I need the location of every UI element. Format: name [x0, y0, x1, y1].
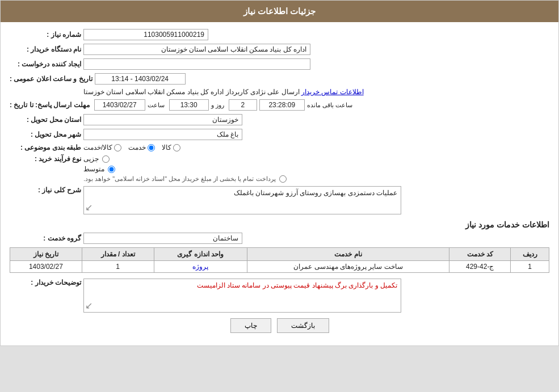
namDastgah-label: نام دستگاه خریدار :	[10, 45, 83, 53]
radio-khedmat[interactable]: خدمت	[128, 144, 155, 151]
sharhKoli-box: عملیات دستمزدی بهسازی روستای آرزو شهرستا…	[83, 186, 401, 214]
shomareNiaz-value: 1103005911000219	[83, 29, 208, 40]
ijadKonande-row: ایجاد کننده درخواست :	[10, 58, 549, 70]
shomareNiaz-row: شماره نیاز : 1103005911000219	[10, 29, 549, 40]
mohlat-row: مهلت ارسال پاسخ: تا تاریخ : 1403/02/27 س…	[10, 99, 549, 111]
buyerNotes-value: تکمیل و بارگذاری برگ پیشنهاد قیمت پیوستی…	[197, 281, 397, 289]
tabaghebandi-row: طبقه بندی موضوعی : کالا/خدمت خدمت کالا	[10, 144, 549, 151]
shahr-label: شهر محل تحویل :	[10, 130, 83, 138]
groheKhedmat-label: گروه خدمت :	[10, 234, 83, 242]
sharhKoli-value: عملیات دستمزدی بهسازی روستای آرزو شهرستا…	[234, 189, 397, 197]
col-unit: واحد اندازه گیری	[154, 248, 247, 261]
radio-kala-khedmat-input[interactable]	[114, 144, 121, 151]
cell-date: 1403/02/27	[10, 261, 82, 273]
noeFarayand-options: جزیی متوسط پرداخت تمام یا بخشی از مبلغ خ…	[83, 155, 287, 183]
cell-radif: 1	[511, 261, 549, 273]
purchase-option-2[interactable]: متوسط	[83, 165, 287, 173]
col-date: تاریخ نیاز	[10, 248, 82, 261]
buyerNotes-row: توضیحات خریدار : تکمیل و بارگذاری برگ پی…	[10, 279, 549, 313]
buyerNotes-label: توضیحات خریدار :	[10, 279, 83, 286]
page-title: جزئیات اطلاعات نیاز	[243, 6, 316, 16]
ersal-text: ارسال علی نژادی کاربرداز اداره کل بنیاد …	[83, 88, 300, 96]
radio-kala-khedmat-label: کالا/خدمت	[83, 144, 112, 151]
purchase-option-3[interactable]: پرداخت تمام یا بخشی از مبلغ خریداز محل "…	[83, 175, 287, 183]
radio-kala[interactable]: کالا	[162, 144, 180, 151]
noeFarayand-label: نوع فرآیند خرید :	[10, 155, 83, 163]
purchase-radio-3[interactable]	[279, 175, 287, 183]
mohlat-saat-label: ساعت	[145, 102, 167, 109]
ostan-label: استان محل تحویل :	[10, 116, 83, 124]
tabaghebandi-label: طبقه بندی موضوعی :	[10, 144, 83, 151]
page-header: جزئیات اطلاعات نیاز	[1, 1, 558, 22]
groheKhedmat-row: گروه خدمت : ساختمان	[10, 233, 549, 244]
col-count: تعداد / مقدار	[82, 248, 154, 261]
resize-arrow-notes: ↙	[85, 300, 93, 311]
ersal-row: ارسال علی نژادی کاربرداز اداره کل بنیاد …	[10, 88, 549, 96]
shahr-row: شهر محل تحویل : باغ ملک	[10, 129, 549, 140]
sharhKoli-label: شرح کلی نیاز :	[10, 186, 83, 194]
mohlat-saat: 13:30	[169, 99, 209, 111]
info-section-title: اطلاعات خدمات مورد نیاز	[10, 220, 549, 229]
cell-count: 1	[82, 261, 154, 273]
services-table: ردیف کد خدمت نام خدمت واحد اندازه گیری ت…	[10, 247, 549, 273]
mohlat-rooz-label: روز و	[209, 102, 226, 109]
namDastgah-row: نام دستگاه خریدار : اداره کل بنیاد مسکن …	[10, 44, 549, 55]
cell-name: ساخت سایر پروژه‌های مهندسی عمران	[247, 261, 449, 273]
groheKhedmat-value: ساختمان	[83, 233, 242, 244]
mohlat-label: مهلت ارسال پاسخ: تا تاریخ :	[10, 101, 92, 109]
radio-kala-input[interactable]	[173, 144, 180, 151]
col-name: نام خدمت	[247, 248, 449, 261]
buyerNotes-box: تکمیل و بارگذاری برگ پیشنهاد قیمت پیوستی…	[83, 279, 401, 313]
radio-khedmat-label: خدمت	[128, 144, 146, 151]
cell-kod: ج-42-429	[449, 261, 511, 273]
purchase-option-3-label: پرداخت تمام یا بخشی از مبلغ خریداز محل "…	[83, 175, 276, 183]
namDastgah-value: اداره کل بنیاد مسکن انقلاب اسلامی استان …	[83, 44, 310, 55]
mohlat-date: 1403/02/27	[94, 99, 145, 111]
back-button[interactable]: بازگشت	[277, 318, 329, 333]
tarikhAlan-row: تاریخ و ساعت اعلان عمومی : 1403/02/24 - …	[10, 73, 549, 85]
print-button[interactable]: چاپ	[230, 318, 271, 333]
ostan-row: استان محل تحویل : خوزستان	[10, 114, 549, 125]
purchase-radio-1[interactable]	[102, 155, 110, 163]
cell-unit: پروژه	[154, 261, 247, 273]
radio-kala-khedmat[interactable]: کالا/خدمت	[83, 144, 121, 151]
table-row: 1 ج-42-429 ساخت سایر پروژه‌های مهندسی عم…	[10, 261, 549, 273]
tabaghebandi-options: کالا/خدمت خدمت کالا	[83, 144, 180, 151]
shomareNiaz-label: شماره نیاز :	[10, 31, 83, 39]
radio-kala-label: کالا	[162, 144, 171, 151]
purchase-option-2-label: متوسط	[83, 165, 104, 173]
col-kod: کد خدمت	[449, 248, 511, 261]
shahr-value: باغ ملک	[83, 129, 242, 140]
services-table-section: ردیف کد خدمت نام خدمت واحد اندازه گیری ت…	[10, 247, 549, 273]
ersal-link[interactable]: اطلاعات تماس خریدار	[301, 88, 364, 96]
ijadKonande-label: ایجاد کننده درخواست :	[10, 60, 83, 68]
sharhKoli-row: شرح کلی نیاز : عملیات دستمزدی بهسازی روس…	[10, 186, 549, 214]
radio-khedmat-input[interactable]	[148, 144, 155, 151]
button-row: بازگشت چاپ	[10, 318, 549, 333]
mohlat-rooz: 2	[229, 99, 257, 111]
mohlat-remaining-label: ساعت باقی مانده	[305, 102, 355, 109]
tarikhAlan-value: 1403/02/24 - 13:14	[95, 73, 186, 85]
purchase-option-1[interactable]: جزیی	[83, 155, 287, 163]
noeFarayand-row: نوع فرآیند خرید : جزیی متوسط پرداخت تمام…	[10, 155, 549, 183]
purchase-option-1-label: جزیی	[83, 155, 99, 163]
mohlat-remaining: 23:28:09	[259, 99, 305, 111]
col-radif: ردیف	[511, 248, 549, 261]
purchase-radio-2[interactable]	[108, 166, 115, 173]
ostan-value: خوزستان	[83, 114, 242, 125]
tarikhAlan-label: تاریخ و ساعت اعلان عمومی :	[10, 75, 95, 83]
table-header-row: ردیف کد خدمت نام خدمت واحد اندازه گیری ت…	[10, 248, 549, 261]
resize-arrow: ↙	[85, 202, 93, 213]
ijadKonande-value	[83, 58, 310, 70]
